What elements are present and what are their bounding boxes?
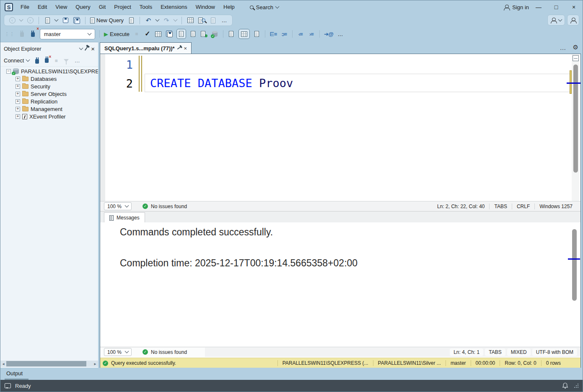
- decrease-indent-button[interactable]: ‹≡: [297, 29, 304, 39]
- undo-button[interactable]: ↶: [145, 15, 152, 26]
- query-options-button[interactable]: [166, 29, 173, 39]
- tree-node-databases[interactable]: + Databases: [0, 75, 98, 83]
- expand-icon[interactable]: +: [16, 77, 20, 81]
- tree-node-xevent-profiler[interactable]: + XEvent Profiler: [0, 113, 98, 120]
- sql-editor[interactable]: 1 2 CREATE DATABASE Proov: [100, 54, 580, 201]
- line-ending-label[interactable]: CRLF: [512, 204, 534, 209]
- menu-query[interactable]: Query: [71, 0, 94, 14]
- messages-tab[interactable]: Messages: [104, 212, 145, 223]
- tree-node-management[interactable]: + Management: [0, 105, 98, 113]
- sql-statement-line[interactable]: CREATE DATABASE Proov: [145, 74, 570, 92]
- expand-icon[interactable]: +: [16, 107, 20, 111]
- encoding-label[interactable]: Windows 1257: [534, 204, 577, 209]
- redo-chevron[interactable]: [174, 18, 178, 22]
- menu-help[interactable]: Help: [219, 0, 239, 14]
- template-parameters-button[interactable]: ➔@: [324, 29, 333, 39]
- client-statistics-button[interactable]: [200, 29, 208, 39]
- query-document-tab[interactable]: SQLQuery1.s...mpalu (77))* ×: [100, 42, 192, 54]
- oe-overflow-button[interactable]: …: [75, 57, 80, 64]
- object-explorer-hscrollbar[interactable]: ◂ ▸: [0, 361, 98, 367]
- tree-node-server-objects[interactable]: + Server Objects: [0, 90, 98, 98]
- editor-scroll-thumb[interactable]: [573, 64, 578, 173]
- editor-zoom-dropdown[interactable]: 100 %: [104, 202, 132, 210]
- increase-indent-button[interactable]: ›≡: [308, 29, 315, 39]
- split-editor-button[interactable]: [573, 55, 579, 61]
- menu-file[interactable]: File: [16, 0, 34, 14]
- oe-filter-icon[interactable]: [64, 59, 69, 62]
- tree-node-server[interactable]: − PARALLELSWIN11\SQLEXPRESS (SQ: [0, 67, 98, 75]
- tree-node-replication[interactable]: + Replication: [0, 98, 98, 105]
- output-tab[interactable]: Output: [5, 369, 29, 380]
- oe-disconnect-button[interactable]: ×: [45, 57, 49, 64]
- settings-gear-icon[interactable]: ⚙: [573, 44, 578, 51]
- navigate-back-chevron[interactable]: [19, 18, 23, 22]
- messages-pane[interactable]: Commands completed successfully. Complet…: [100, 222, 580, 347]
- user-settings-button[interactable]: [567, 15, 579, 26]
- collapse-icon[interactable]: −: [6, 69, 11, 74]
- menu-view[interactable]: View: [51, 0, 71, 14]
- find-in-files-button[interactable]: [198, 15, 205, 26]
- toolbar-overflow-button[interactable]: …: [220, 15, 228, 26]
- caret-position-label[interactable]: Ln: 2, Ch: 22, Col: 40: [433, 204, 489, 209]
- menu-project[interactable]: Project: [110, 0, 135, 14]
- tree-node-security[interactable]: + Security: [0, 83, 98, 90]
- tab-pin-icon[interactable]: [177, 46, 181, 50]
- database-reports-button[interactable]: [211, 29, 219, 39]
- pin-icon[interactable]: [85, 46, 89, 51]
- expand-icon[interactable]: +: [16, 99, 20, 104]
- menu-edit[interactable]: Edit: [34, 0, 51, 14]
- estimated-plan-button[interactable]: [155, 29, 162, 39]
- execute-button[interactable]: ▶ Execute: [104, 29, 130, 39]
- messages-caret-label[interactable]: Ln: 4, Ch: 1: [450, 348, 483, 356]
- expand-icon[interactable]: +: [16, 114, 20, 119]
- database-dropdown[interactable]: master: [40, 29, 95, 39]
- tab-overflow-button[interactable]: …: [560, 44, 566, 51]
- minimize-button[interactable]: —: [530, 0, 547, 14]
- undo-chevron[interactable]: [155, 18, 160, 22]
- tab-close-icon[interactable]: ×: [184, 45, 187, 52]
- parse-button[interactable]: ✓: [144, 29, 151, 39]
- sign-in-button[interactable]: Sign in: [504, 0, 529, 14]
- close-button[interactable]: ×: [565, 0, 583, 14]
- navigate-forward-button[interactable]: ›: [26, 15, 34, 26]
- indent-mode-label[interactable]: TABS: [489, 204, 511, 209]
- close-panel-button[interactable]: ×: [91, 45, 95, 52]
- notifications-bell-icon[interactable]: [562, 382, 568, 389]
- expand-icon[interactable]: +: [16, 92, 20, 96]
- menu-git[interactable]: Git: [95, 0, 110, 14]
- oe-connect-icon[interactable]: [35, 59, 39, 64]
- save-button[interactable]: [62, 15, 69, 26]
- new-query-button[interactable]: New Query: [90, 15, 124, 26]
- feedback-icon[interactable]: [5, 383, 11, 388]
- query-toolbar-overflow-button[interactable]: …: [337, 29, 344, 39]
- oe-stop-icon[interactable]: ■: [54, 58, 57, 63]
- menu-window[interactable]: Window: [192, 0, 219, 14]
- uncomment-lines-button[interactable]: ↄ≡: [280, 29, 288, 39]
- hscroll-thumb[interactable]: [6, 361, 86, 366]
- redo-button[interactable]: ↷: [163, 15, 170, 26]
- resize-grip[interactable]: [574, 384, 578, 388]
- scroll-left-icon[interactable]: ◂: [0, 361, 6, 367]
- hscroll-track[interactable]: [6, 361, 92, 367]
- search-control[interactable]: Search: [250, 4, 279, 10]
- results-to-text-button[interactable]: [228, 29, 235, 39]
- connect-button[interactable]: [18, 29, 26, 39]
- actual-plan-button[interactable]: [176, 29, 186, 39]
- new-database-query-button[interactable]: [127, 15, 135, 26]
- messages-encoding-label[interactable]: UTF-8 with BOM: [532, 348, 577, 356]
- messages-scroll-thumb[interactable]: [572, 229, 577, 301]
- connect-dropdown[interactable]: Connect: [4, 57, 29, 64]
- live-query-stats-button[interactable]: [189, 29, 197, 39]
- menu-tools[interactable]: Tools: [135, 0, 156, 14]
- messages-eol-label[interactable]: MIXED: [507, 348, 531, 356]
- scroll-right-icon[interactable]: ▸: [92, 361, 98, 367]
- change-connection-button[interactable]: ×: [29, 29, 36, 39]
- maximize-button[interactable]: □: [547, 0, 565, 14]
- menu-extensions[interactable]: Extensions: [156, 0, 192, 14]
- accounts-button[interactable]: [547, 15, 565, 26]
- comment-lines-button[interactable]: ⋿≡: [269, 29, 277, 39]
- cancel-executing-button[interactable]: ■: [133, 29, 140, 39]
- breakpoint-margin[interactable]: [100, 54, 105, 201]
- messages-indent-label[interactable]: TABS: [485, 348, 505, 356]
- navigate-back-button[interactable]: ‹: [8, 15, 16, 26]
